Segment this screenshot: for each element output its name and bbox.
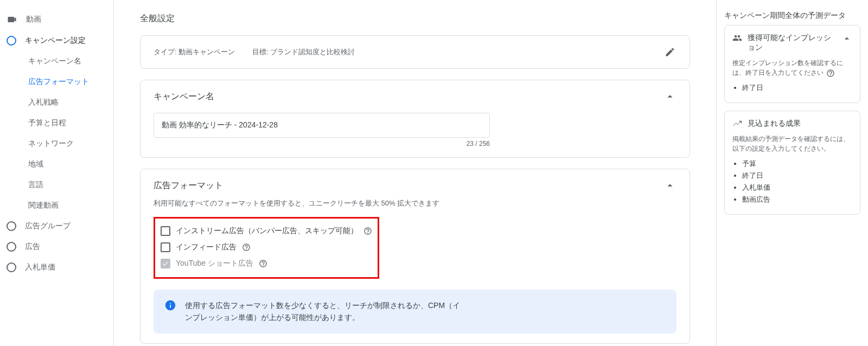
impressions-header[interactable]: 獲得可能なインプレッション (732, 33, 852, 53)
forecast-card: 見込まれる成果 掲載結果の予測データを確認するには、以下の設定を入力してください… (724, 111, 860, 215)
subnav-campaign-name[interactable]: キャンペーン名 (0, 51, 113, 72)
help-icon[interactable] (826, 69, 835, 78)
radio-icon (7, 262, 16, 272)
format-shorts-label: YouTube ショート広告 (176, 259, 253, 268)
subnav-budget[interactable]: 予算と日程 (0, 113, 113, 133)
campaign-name-counter: 23 / 256 (154, 140, 490, 148)
checkbox-checked-disabled-icon (161, 259, 170, 268)
format-options-highlight: インストリーム広告（バンパー広告、スキップ可能） インフィード広告 YouTub… (154, 217, 379, 279)
ad-format-hint: 利用可能なすべてのフォーマットを使用すると、ユニークリーチを最大 50% 拡大で… (154, 198, 676, 208)
radio-icon (7, 221, 16, 231)
nav-ad-group[interactable]: 広告グループ (0, 216, 113, 236)
nav-ad-label: 広告 (25, 242, 40, 252)
subnav-location[interactable]: 地域 (0, 154, 113, 175)
help-icon[interactable] (259, 259, 267, 268)
subnav-bidding[interactable]: 入札戦略 (0, 92, 113, 113)
ad-format-header[interactable]: 広告フォーマット (154, 179, 676, 192)
group-icon (732, 33, 742, 43)
ad-format-title: 広告フォーマット (154, 180, 223, 191)
chevron-up-icon (841, 33, 852, 46)
checkbox-icon[interactable] (161, 242, 170, 252)
forecast-title: 見込まれる成果 (748, 119, 852, 129)
chevron-up-icon (663, 90, 676, 103)
chevron-up-icon (663, 179, 676, 192)
list-item: 予算 (742, 159, 852, 169)
nav-bid[interactable]: 入札単価 (0, 257, 113, 278)
nav-bid-label: 入札単価 (25, 262, 55, 272)
help-icon[interactable] (242, 243, 251, 252)
nav-video[interactable]: 動画 (0, 9, 113, 30)
nav-ad-group-label: 広告グループ (25, 221, 71, 231)
campaign-name-card: キャンペーン名 23 / 256 (140, 80, 690, 158)
list-item: 入札単価 (742, 183, 852, 193)
impressions-card: 獲得可能なインプレッション 推定インプレッション数を確認するには、終了日を入力し… (724, 25, 860, 103)
forecast-bullets: 予算 終了日 入札単価 動画広告 (732, 159, 852, 204)
forecast-panel-title: キャンペーン期間全体の予測データ (724, 11, 860, 21)
campaign-goal-label: 目標: ブランド認知度と比較検討 (252, 47, 355, 57)
forecast-desc: 掲載結果の予測データを確認するには、以下の設定を入力してください。 (732, 134, 852, 153)
nav-campaign-settings[interactable]: キャンペーン設定 (0, 30, 113, 51)
list-item: 終了日 (742, 171, 852, 181)
campaign-name-title: キャンペーン名 (154, 91, 214, 102)
subnav-ad-format[interactable]: 広告フォーマット (0, 72, 113, 92)
list-item: 終了日 (742, 83, 852, 93)
campaign-type-label: タイプ: 動画キャンペーン (154, 47, 235, 57)
radio-icon (7, 242, 16, 252)
ad-format-card: 広告フォーマット 利用可能なすべてのフォーマットを使用すると、ユニークリーチを最… (140, 169, 690, 344)
impressions-bullets: 終了日 (732, 83, 852, 93)
impressions-desc: 推定インプレッション数を確認するには、終了日を入力してください (732, 58, 852, 78)
nav-campaign-settings-label: キャンペーン設定 (25, 36, 86, 46)
format-instream-row[interactable]: インストリーム広告（バンパー広告、スキップ可能） (161, 223, 372, 239)
format-shorts-row: YouTube ショート広告 (161, 255, 372, 272)
info-banner-text: 使用する広告フォーマット数を少なくすると、リーチが制限されるか、CPM（インプレ… (185, 299, 467, 324)
checkbox-icon[interactable] (161, 226, 170, 236)
subnav-network[interactable]: ネットワーク (0, 133, 113, 154)
summary-card: タイプ: 動画キャンペーン 目標: ブランド認知度と比較検討 (140, 35, 690, 69)
nav-video-label: 動画 (26, 15, 41, 24)
campaign-name-input[interactable] (154, 113, 490, 138)
info-banner: 使用する広告フォーマット数を少なくすると、リーチが制限されるか、CPM（インプレ… (154, 290, 676, 334)
format-instream-label: インストリーム広告（バンパー広告、スキップ可能） (176, 226, 358, 236)
info-icon (164, 299, 176, 311)
general-settings-title: 全般設定 (140, 13, 690, 24)
forecast-panel: キャンペーン期間全体の予測データ 獲得可能なインプレッション 推定インプレッショ… (716, 0, 868, 346)
nav-ad[interactable]: 広告 (0, 236, 113, 257)
campaign-name-header[interactable]: キャンペーン名 (154, 90, 676, 103)
help-icon[interactable] (363, 227, 372, 235)
subnav-related-video[interactable]: 関連動画 (0, 195, 113, 216)
radio-icon (7, 36, 16, 46)
main-content: 全般設定 タイプ: 動画キャンペーン 目標: ブランド認知度と比較検討 キャンペ… (114, 0, 716, 346)
edit-icon[interactable] (663, 46, 676, 59)
list-item: 動画広告 (742, 195, 852, 204)
trend-icon (732, 119, 742, 129)
format-infeed-label: インフィード広告 (176, 242, 237, 252)
format-infeed-row[interactable]: インフィード広告 (161, 239, 372, 255)
impressions-title: 獲得可能なインプレッション (748, 33, 836, 53)
video-icon (7, 14, 17, 25)
forecast-header[interactable]: 見込まれる成果 (732, 119, 852, 129)
left-sidebar: 動画 キャンペーン設定 キャンペーン名 広告フォーマット 入札戦略 予算と日程 … (0, 0, 114, 346)
subnav-language[interactable]: 言語 (0, 175, 113, 195)
